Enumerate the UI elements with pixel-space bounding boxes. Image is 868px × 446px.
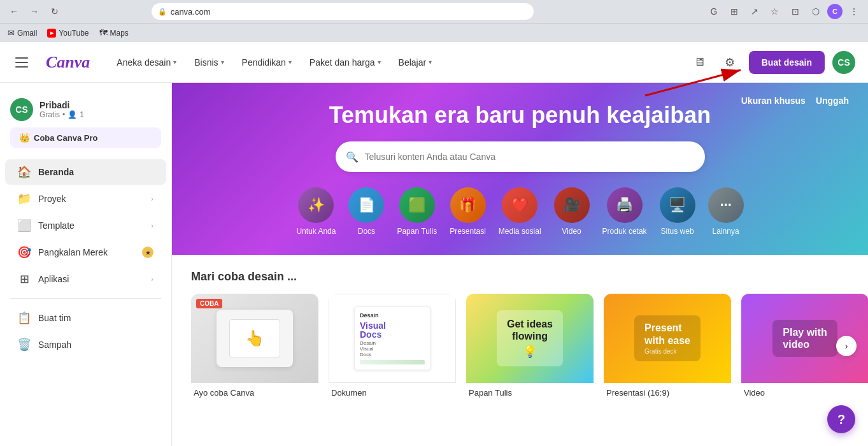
extension-icon[interactable]: ⬡ (807, 3, 825, 20)
bookmark-gmail[interactable]: ✉ Gmail (8, 28, 37, 38)
sidebar: CS Pribadi Gratis • 👤 1 👑 Coba Canva Pro (0, 83, 172, 446)
browser-nav-buttons: ← → ↻ (5, 3, 64, 20)
presentasi-label: Presentasi (450, 227, 486, 236)
chevron-right-icon: › (151, 195, 153, 203)
quick-icon-video[interactable]: 🎥 Video (554, 187, 590, 236)
hamburger-button[interactable] (13, 52, 33, 73)
card-papan-tulis[interactable]: Get ideasflowing 💡 Papan Tulis (466, 294, 594, 398)
user-details: Pribadi Gratis • 👤 1 (39, 100, 84, 119)
sidebar-item-sampah[interactable]: 🗑️ Sampah (5, 332, 166, 357)
chevron-down-icon: ▾ (429, 59, 432, 66)
user-meta: Gratis • 👤 1 (39, 110, 84, 119)
nav-pendidikan[interactable]: Pendidikan ▾ (234, 54, 299, 71)
sidebar-beranda-label: Beranda (38, 167, 74, 177)
people-icon: 👤 (68, 110, 77, 119)
browser-profile[interactable]: C (827, 4, 843, 19)
browser-actions: G ⊞ ↗ ☆ ⊡ ⬡ C ⋮ (705, 3, 863, 20)
bookmark-youtube[interactable]: ▶ YouTube (47, 29, 89, 38)
content-area: Ukuran khusus Unggah Temukan era baru pe… (172, 83, 868, 446)
quick-icon-presentasi[interactable]: 🎁 Presentasi (450, 187, 486, 236)
nav-belajar-label: Belajar (399, 57, 427, 68)
reload-button[interactable]: ↻ (46, 3, 64, 20)
docs-icon: 📄 (358, 197, 375, 213)
cast-icon[interactable]: ⊡ (786, 3, 804, 20)
chevron-down-icon: ▾ (378, 59, 381, 66)
hero-title: Temukan era baru penuh keajaiban (329, 102, 711, 129)
user-profile-button[interactable]: CS (832, 51, 855, 74)
situs-web-label: Situs web (661, 227, 694, 236)
url-text: canva.com (171, 7, 211, 17)
nav-links: Aneka desain ▾ Bisnis ▾ Pendidikan ▾ Pak… (109, 54, 439, 71)
card-dokumen-thumb: Desain VisualDocs DesainVisualDocs (329, 294, 456, 383)
quick-icon-situs-web[interactable]: 🖥️ Situs web (660, 187, 695, 236)
quick-icon-produk-cetak[interactable]: 🖨️ Produk cetak (602, 187, 647, 236)
sidebar-item-pangkalan-merek[interactable]: 🎯 Pangkalan Merek ★ (5, 240, 166, 265)
settings-icon[interactable]: ⚙ (718, 51, 741, 74)
scroll-right-button[interactable]: › (836, 336, 857, 356)
share-icon[interactable]: ↗ (746, 3, 764, 20)
produk-cetak-icon: 🖨️ (616, 197, 633, 213)
main-content: CS Pribadi Gratis • 👤 1 👑 Coba Canva Pro (0, 83, 868, 446)
sidebar-template-label: Template (38, 220, 75, 231)
monitor-icon[interactable]: 🖥 (688, 51, 711, 74)
youtube-label: YouTube (59, 29, 89, 38)
gmail-icon: ✉ (8, 28, 15, 38)
quick-icon-media-sosial[interactable]: ❤️ Media sosial (499, 187, 541, 236)
nav-belajar[interactable]: Belajar ▾ (391, 54, 440, 71)
nav-paket-harga-label: Paket dan harga (309, 57, 375, 68)
team-icon: 📋 (18, 312, 31, 324)
presentasi-icon: 🎁 (459, 197, 476, 213)
top-nav: Canva Aneka desain ▾ Bisnis ▾ Pendidikan… (0, 42, 868, 83)
quick-icon-untuk-anda[interactable]: ✨ Untuk Anda (296, 187, 336, 236)
nav-paket-harga[interactable]: Paket dan harga ▾ (302, 54, 388, 71)
hero-actions: Ukuran khusus Unggah (741, 96, 849, 106)
card-presentasi[interactable]: Presentwith ease Gratis deck Presentasi … (604, 294, 731, 398)
media-sosial-circle: ❤️ (502, 187, 537, 223)
media-sosial-label: Media sosial (499, 227, 541, 236)
translate-icon[interactable]: ⊞ (725, 3, 743, 20)
back-button[interactable]: ← (5, 3, 23, 20)
help-button[interactable]: ? (827, 405, 855, 433)
canva-logo: Canva (46, 53, 90, 72)
card-dokumen[interactable]: Desain VisualDocs DesainVisualDocs Dokum… (329, 294, 456, 398)
ukuran-khusus-button[interactable]: Ukuran khusus (741, 96, 806, 106)
media-sosial-icon: ❤️ (511, 197, 529, 213)
sidebar-item-beranda[interactable]: 🏠 Beranda (5, 159, 166, 185)
apps-icon: ⊞ (18, 273, 31, 285)
search-bar[interactable]: 🔍 (336, 141, 705, 172)
buat-desain-button[interactable]: Buat desain (749, 51, 825, 74)
sidebar-item-proyek[interactable]: 📁 Proyek › (5, 186, 166, 212)
quick-icon-lainnya[interactable]: ··· Lainnya (708, 187, 744, 236)
menu-icon[interactable]: ⋮ (845, 3, 863, 20)
produk-cetak-circle: 🖨️ (607, 187, 643, 223)
pro-btn-label: Coba Canva Pro (34, 133, 97, 143)
untuk-anda-icon: ✨ (308, 197, 325, 213)
unggah-button[interactable]: Unggah (816, 96, 849, 106)
produk-cetak-label: Produk cetak (602, 227, 647, 236)
nav-bisnis[interactable]: Bisnis ▾ (187, 54, 231, 71)
quick-icon-papan-tulis[interactable]: 🟩 Papan Tulis (397, 187, 437, 236)
browser-chrome: ← → ↻ 🔒 canva.com G ⊞ ↗ ☆ ⊡ ⬡ C ⋮ (0, 0, 868, 23)
crown-icon: 👑 (19, 133, 30, 143)
forward-button[interactable]: → (25, 3, 43, 20)
search-input[interactable] (365, 152, 695, 162)
bookmark-icon[interactable]: ☆ (766, 3, 784, 20)
try-canva-pro-button[interactable]: 👑 Coba Canva Pro (10, 127, 161, 148)
nav-aneka-desain[interactable]: Aneka desain ▾ (109, 54, 184, 71)
address-bar[interactable]: 🔒 canva.com (152, 3, 534, 20)
card-coba-canva-label: Ayo coba Canva (191, 388, 318, 398)
sidebar-item-buat-tim[interactable]: 📋 Buat tim (5, 305, 166, 331)
card-video-label: Video (741, 388, 868, 398)
card-coba-canva[interactable]: COBA 👆 Ayo coba Canva (191, 294, 318, 398)
google-icon[interactable]: G (705, 3, 723, 20)
cards-section-title: Mari coba desain ... (191, 270, 849, 284)
bookmark-maps[interactable]: 🗺 Maps (99, 28, 129, 38)
cards-row: COBA 👆 Ayo coba Canva (191, 294, 849, 398)
sidebar-item-template[interactable]: ⬜ Template › (5, 213, 166, 238)
sidebar-nav: 🏠 Beranda 📁 Proyek › ⬜ Template › 🎯 Pang… (0, 159, 171, 292)
sidebar-item-aplikasi[interactable]: ⊞ Aplikasi › (5, 266, 166, 292)
quick-icon-docs[interactable]: 📄 Docs (348, 187, 384, 236)
search-icon: 🔍 (346, 151, 359, 163)
video-icon: 🎥 (563, 197, 580, 213)
trash-icon: 🗑️ (18, 338, 31, 351)
